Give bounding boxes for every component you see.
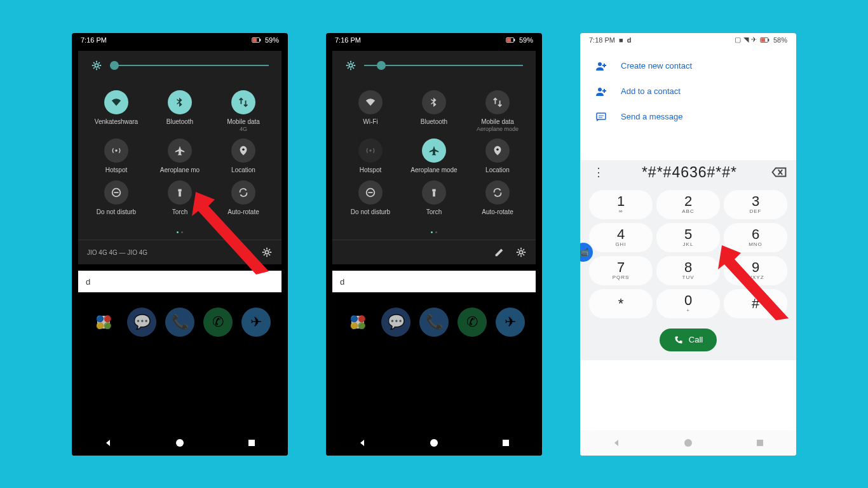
dialpad-key-0[interactable]: 0+ [656,289,720,318]
dock: 🔵🔴🟡🟢 💬 📞 ✆ ✈ [72,299,288,346]
battery-percent: 59% [265,36,279,44]
recent-button[interactable] [754,437,766,449]
recent-button[interactable] [245,437,258,449]
dialpad-key-1[interactable]: 1∞ [589,190,653,219]
dialer-action[interactable]: Send a message [590,104,786,130]
call-icon [674,335,684,345]
tile-label: Mobile data4G [227,118,260,133]
status-time: 7:16 PM [81,36,107,44]
qs-tile-location[interactable]: Location [212,139,275,174]
rotate-icon [485,180,510,205]
key-letters: DEF [750,208,762,214]
tile-label: Aeroplane mode [410,166,457,174]
wifi-icon [358,90,383,114]
brightness-row[interactable] [332,60,536,79]
messages-app-icon[interactable]: 💬 [381,308,410,337]
qs-tile-dnd[interactable]: Do not disturb [339,180,402,216]
home-button[interactable] [682,437,695,449]
qs-tile-data[interactable]: Mobile data4G [212,90,275,133]
dialed-number: *#*#4636#*#* [608,164,771,181]
back-button[interactable] [610,437,623,449]
status-bar: 7:16 PM 59% [72,33,288,47]
tile-label: Auto-rotate [227,208,259,216]
qs-tile-hotspot[interactable]: Hotspot [339,139,402,174]
tile-label: Aeroplane mo [160,166,200,174]
messages-app-icon[interactable]: 💬 [127,308,156,337]
message-icon [594,111,608,123]
phone-app-icon[interactable]: 📞 [165,308,194,337]
brightness-slider[interactable] [110,65,269,66]
search-bar[interactable]: d [78,271,281,292]
location-icon [231,139,255,163]
qs-tile-wifi[interactable]: Venkateshwara [85,90,148,133]
dnd-icon [358,180,383,205]
recent-button[interactable] [499,437,512,449]
dialpad-key-9[interactable]: 9WXYZ [724,256,787,285]
bluetooth-icon [168,90,192,114]
dialpad-key-7[interactable]: 7PQRS [589,256,653,285]
menu-icon[interactable]: ⋮ [589,165,608,179]
home-button[interactable] [173,437,186,449]
qs-tile-hotspot[interactable]: Hotspot [85,139,148,174]
svg-point-14 [176,439,184,447]
page-indicator [78,222,281,240]
qs-tile-airplane[interactable]: Aeroplane mo [148,139,212,174]
key-letters: PQRS [613,274,630,280]
dialer-action[interactable]: Create new contact [590,53,786,79]
brightness-slider[interactable] [364,65,523,66]
qs-tile-airplane[interactable]: Aeroplane mode [402,139,466,174]
dialpad-key-4[interactable]: 4GHI [589,223,653,252]
dialpad-key-5[interactable]: 5JKL [656,223,720,252]
dialer-action[interactable]: Add to a contact [590,79,786,104]
qs-tile-wifi[interactable]: Wi-Fi [339,90,402,133]
battery-icon [251,34,262,46]
edit-icon[interactable] [240,247,251,258]
qs-tile-data[interactable]: Mobile dataAeroplane mode [466,90,529,133]
dialpad-key-*[interactable]: * [589,289,653,318]
search-bar[interactable]: d [332,271,536,292]
carrier-label: JIO 4G 4G — JIO 4G [87,249,147,256]
back-button[interactable] [356,437,369,449]
back-button[interactable] [102,437,114,449]
qs-tile-bluetooth[interactable]: Bluetooth [402,90,466,133]
qs-tile-dnd[interactable]: Do not disturb [85,180,148,216]
status-bar: 7:16 PM 59% [326,33,542,47]
key-digit: 0 [684,294,692,308]
qs-tile-rotate[interactable]: Auto-rotate [466,180,529,216]
telegram-app-icon[interactable]: ✈ [496,308,525,337]
whatsapp-app-icon[interactable]: ✆ [458,308,487,337]
qs-tile-bluetooth[interactable]: Bluetooth [148,90,212,133]
dialpad-key-6[interactable]: 6MNO [724,223,787,252]
dialer-number-row: ⋮ *#*#4636#*#* [580,160,796,185]
svg-rect-19 [757,440,763,446]
backspace-icon[interactable] [771,164,787,180]
data-icon [231,90,255,114]
tile-label: Torch [172,208,187,216]
brightness-row[interactable] [78,60,281,79]
qs-tile-torch[interactable]: Torch [402,180,466,216]
hotspot-icon [358,139,383,163]
edit-icon[interactable] [494,247,505,258]
nav-bar [72,430,288,456]
home-button[interactable] [428,437,440,449]
telegram-app-icon[interactable]: ✈ [241,308,271,337]
settings-icon[interactable] [261,247,273,258]
bluetooth-icon [422,90,446,114]
whatsapp-app-icon[interactable]: ✆ [203,308,233,337]
page-indicator [332,222,536,240]
tile-label: Venkateshwara [95,118,138,126]
settings-icon[interactable] [515,247,527,258]
dialpad-key-2[interactable]: 2ABC [656,190,720,219]
call-button[interactable]: Call [660,329,717,351]
dialpad-key-3[interactable]: 3DEF [724,190,787,219]
cast-icon: ▢ [735,36,741,44]
hotspot-icon [104,139,128,163]
qs-tile-rotate[interactable]: Auto-rotate [212,180,275,216]
dialpad-key-#[interactable]: # [724,289,787,318]
google-app-icon[interactable]: 🔵🔴🟡🟢 [89,308,118,337]
phone-app-icon[interactable]: 📞 [419,308,449,337]
google-app-icon[interactable]: 🔵🔴🟡🟢 [343,308,372,337]
qs-tile-torch[interactable]: Torch [148,180,212,216]
qs-tile-location[interactable]: Location [466,139,529,174]
dialpad-key-8[interactable]: 8TUV [656,256,720,285]
